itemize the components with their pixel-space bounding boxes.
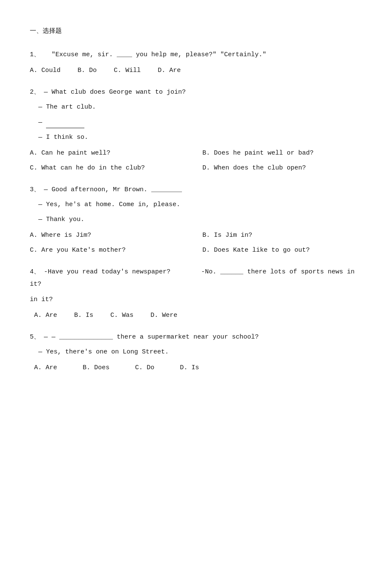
q3-number: 3、	[30, 186, 40, 193]
section-title: 一、选择题	[30, 26, 362, 37]
q3-text: 3、 — Good afternoon, Mr Brown. ________	[30, 184, 362, 195]
q4-option-d: D. Were	[150, 310, 177, 321]
q1-option-a: A. Could	[30, 65, 61, 76]
question-5: 5、 — — ______________ there a supermarke…	[30, 331, 362, 374]
q5-option-b: B. Does	[83, 362, 110, 374]
q1-option-b: B. Do	[78, 65, 97, 76]
q5-option-d: D. Is	[180, 362, 199, 374]
q2-dialogue-1: — The art club.	[38, 101, 362, 113]
q5-option-c: C. Do	[135, 362, 154, 374]
q3-option-d: D. Does Kate like to go out?	[202, 244, 362, 256]
q3-option-c: C. Are you Kate's mother?	[30, 244, 190, 256]
q2-dialogue-3: — I think so.	[38, 132, 362, 143]
q3-dialogue-0: — Yes, he's at home. Come in, please.	[38, 199, 362, 210]
q3-option-a: A. Where is Jim?	[30, 230, 190, 241]
q5-body: — ______________ there a supermarket nea…	[52, 333, 259, 341]
q4-option-b: B. Is	[74, 310, 93, 321]
q1-number: 1、	[30, 51, 40, 58]
q1-body: "Excuse me, sir. ____ you help me, pleas…	[52, 51, 266, 58]
q5-number: 5、	[30, 333, 40, 341]
q5-option-a: A. Are	[34, 362, 57, 374]
q2-option-d: D. When does the club open?	[202, 162, 362, 174]
question-3: 3、 — Good afternoon, Mr Brown. ________ …	[30, 184, 362, 256]
q2-option-b: B. Does he paint well or bad?	[202, 147, 362, 159]
q1-option-d: D. Are	[158, 65, 181, 76]
q5-text: 5、 — — ______________ there a supermarke…	[30, 331, 362, 343]
q2-number-line: 2、 — What club does George want to join?	[30, 86, 362, 98]
q2-option-a: A. Can he paint well?	[30, 147, 190, 159]
q1-options: A. Could B. Do C. Will D. Are	[30, 65, 362, 76]
q5-dialogue-0: — Yes, there's one on Long Street.	[38, 346, 362, 358]
q4-continuation: in it?	[30, 294, 362, 305]
q4-part1: -Have you read today's newspaper?	[44, 268, 170, 276]
q4-number: 4、	[30, 268, 40, 276]
q2-dialogue-2: —	[38, 116, 362, 128]
q5-options: A. Are B. Does C. Do D. Is	[34, 362, 362, 374]
q2-number: 2、	[30, 89, 40, 96]
q3-option-b: B. Is Jim in?	[202, 230, 362, 241]
question-4: 4、 -Have you read today's newspaper? -No…	[30, 266, 362, 321]
q3-body: — Good afternoon, Mr Brown. ________	[44, 186, 182, 193]
q2-dialogue-0: What club does George want to join?	[52, 89, 186, 96]
q2-option-c: C. What can he do in the club?	[30, 162, 190, 174]
q4-option-c: C. Was	[110, 310, 133, 321]
q3-options: A. Where is Jim? B. Is Jim in? C. Are yo…	[30, 230, 362, 256]
q4-text: 4、 -Have you read today's newspaper? -No…	[30, 266, 362, 290]
q2-options: A. Can he paint well? B. Does he paint w…	[30, 147, 362, 174]
q3-dialogue-1: — Thank you.	[38, 214, 362, 225]
q1-option-c: C. Will	[114, 65, 141, 76]
question-1: 1、 "Excuse me, sir. ____ you help me, pl…	[30, 49, 362, 76]
question-2: 2、 — What club does George want to join?…	[30, 86, 362, 174]
q4-options: A. Are B. Is C. Was D. Were	[34, 310, 362, 321]
q4-option-a: A. Are	[34, 310, 57, 321]
q1-text: 1、 "Excuse me, sir. ____ you help me, pl…	[30, 49, 362, 60]
